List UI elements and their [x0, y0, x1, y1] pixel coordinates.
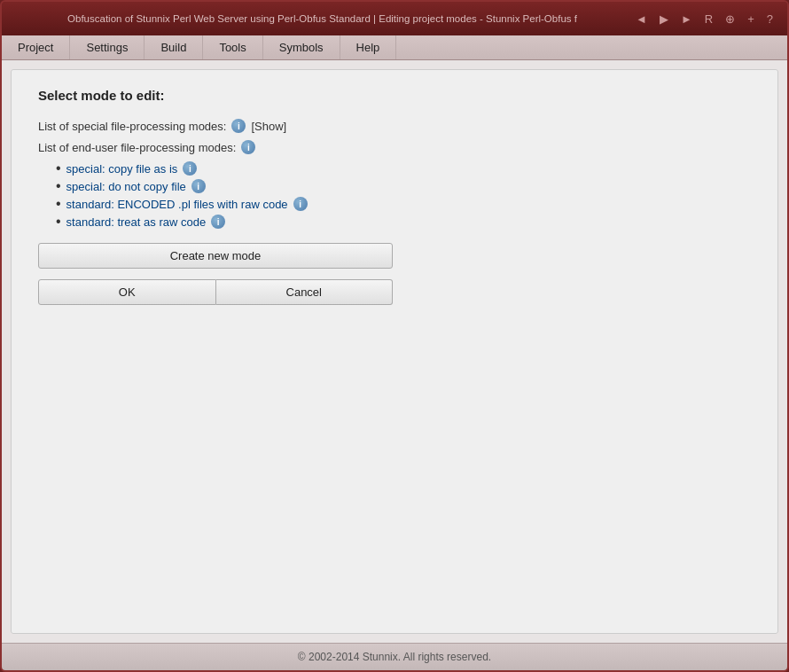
- special-info-icon[interactable]: i: [231, 119, 246, 133]
- main-panel: Select mode to edit: List of special fil…: [11, 69, 778, 634]
- titlebar-text: Obfuscation of Stunnix Perl Web Server u…: [12, 13, 632, 24]
- enduser-info-icon[interactable]: i: [241, 140, 255, 154]
- back-icon[interactable]: ◄: [632, 11, 651, 27]
- titlebar: Obfuscation of Stunnix Perl Web Server u…: [2, 2, 787, 35]
- mode4-info-icon[interactable]: i: [211, 215, 225, 229]
- list-item[interactable]: standard: ENCODED .pl files with raw cod…: [56, 197, 751, 211]
- menu-settings[interactable]: Settings: [70, 35, 145, 59]
- enduser-modes-label: List of end-user file-processing modes: …: [38, 140, 751, 154]
- modes-list: special: copy file as is i special: do n…: [56, 161, 751, 229]
- titlebar-controls: ◄ ▶ ► R ⊕ + ?: [632, 11, 777, 27]
- panel-title: Select mode to edit:: [38, 88, 751, 103]
- enduser-modes-text: List of end-user file-processing modes:: [38, 141, 236, 154]
- menu-project[interactable]: Project: [2, 35, 70, 59]
- r-icon[interactable]: R: [701, 11, 716, 27]
- list-item[interactable]: special: do not copy file i: [56, 179, 751, 193]
- menu-symbols[interactable]: Symbols: [263, 35, 340, 59]
- skip-icon[interactable]: ►: [677, 11, 696, 27]
- forward-icon[interactable]: ▶: [656, 11, 672, 27]
- plus-icon[interactable]: +: [744, 11, 758, 27]
- cancel-button[interactable]: Cancel: [216, 279, 394, 305]
- mode2-info-icon[interactable]: i: [191, 179, 206, 193]
- footer: © 2002-2014 Stunnix. All rights reserved…: [2, 643, 787, 670]
- menubar: Project Settings Build Tools Symbols Hel…: [2, 35, 787, 60]
- special-modes-text: List of special file-processing modes:: [38, 120, 226, 133]
- add-icon[interactable]: ⊕: [722, 11, 738, 27]
- ok-button[interactable]: OK: [38, 279, 216, 305]
- content-area: Select mode to edit: List of special fil…: [2, 60, 787, 643]
- footer-text: © 2002-2014 Stunnix. All rights reserved…: [298, 651, 491, 663]
- menu-build[interactable]: Build: [145, 35, 203, 59]
- list-item[interactable]: standard: treat as raw code i: [56, 215, 751, 229]
- mode-text-1: special: copy file as is: [66, 162, 178, 176]
- menu-help[interactable]: Help: [340, 35, 397, 59]
- mode-text-3: standard: ENCODED .pl files with raw cod…: [66, 198, 288, 211]
- show-link[interactable]: [Show]: [251, 120, 286, 133]
- main-window: Obfuscation of Stunnix Perl Web Server u…: [0, 0, 789, 672]
- list-item[interactable]: special: copy file as is i: [56, 161, 751, 176]
- mode1-info-icon[interactable]: i: [183, 161, 197, 176]
- create-new-mode-button[interactable]: Create new mode: [38, 243, 393, 269]
- action-buttons: OK Cancel: [38, 279, 393, 305]
- mode-text-4: standard: treat as raw code: [66, 215, 207, 229]
- special-modes-label: List of special file-processing modes: i…: [38, 119, 751, 133]
- mode3-info-icon[interactable]: i: [293, 197, 308, 211]
- help-icon[interactable]: ?: [763, 11, 777, 27]
- menu-tools[interactable]: Tools: [203, 35, 262, 59]
- mode-text-2: special: do not copy file: [66, 180, 186, 193]
